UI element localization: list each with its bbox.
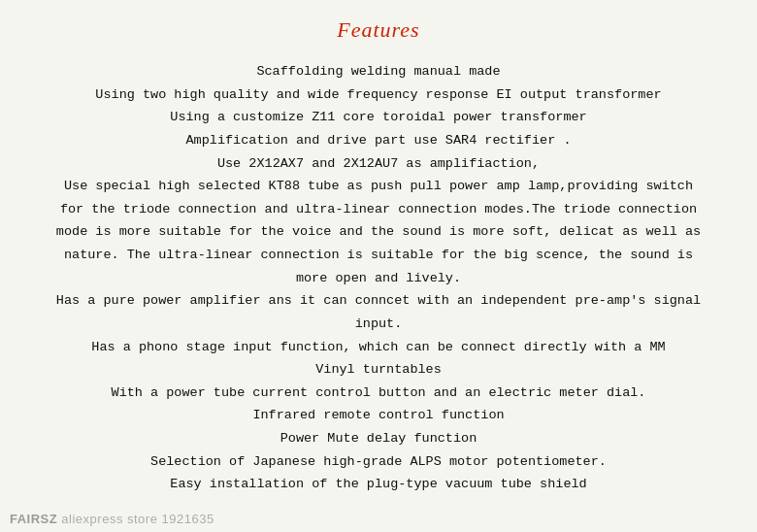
feature-line: Selection of Japanese high-grade ALPS mo… bbox=[29, 450, 728, 474]
feature-line: Has a pure power amplifier ans it can co… bbox=[29, 289, 728, 313]
features-text: Scaffolding welding manual madeUsing two… bbox=[29, 60, 728, 496]
feature-line: Easy installation of the plug-type vacuu… bbox=[29, 473, 728, 496]
feature-line: With a power tube current control button… bbox=[29, 382, 728, 405]
watermark-text: FAIRSZ bbox=[10, 512, 57, 526]
feature-line: more open and lively. bbox=[29, 267, 728, 290]
feature-line: Has a phono stage input function, which … bbox=[29, 336, 728, 359]
watermark-store: aliexpress store 1921635 bbox=[61, 512, 214, 526]
feature-line: Use 2X12AX7 and 2X12AU7 as amplifiaction… bbox=[29, 152, 728, 176]
feature-line: nature. The ultra-linear connection is s… bbox=[29, 244, 728, 267]
page-title: Features bbox=[337, 17, 419, 43]
feature-line: Power Mute delay function bbox=[29, 427, 728, 450]
feature-line: Use special high selected KT88 tube as p… bbox=[29, 175, 728, 198]
feature-line: mode is more suitable for the voice and … bbox=[29, 220, 728, 244]
page-container: Features Scaffolding welding manual made… bbox=[0, 0, 757, 506]
feature-line: Vinyl turntables bbox=[29, 358, 728, 382]
feature-line: Scaffolding welding manual made bbox=[29, 60, 728, 83]
feature-line: input. bbox=[29, 313, 728, 336]
feature-line: for the triode connection and ultra-line… bbox=[29, 198, 728, 221]
feature-line: Using a customize Z11 core toroidal powe… bbox=[29, 106, 728, 129]
feature-line: Infrared remote control function bbox=[29, 404, 728, 427]
feature-line: Amplification and drive part use SAR4 re… bbox=[29, 129, 728, 152]
feature-line: Using two high quality and wide frequenc… bbox=[29, 83, 728, 107]
watermark: FAIRSZ aliexpress store 1921635 bbox=[10, 512, 214, 526]
